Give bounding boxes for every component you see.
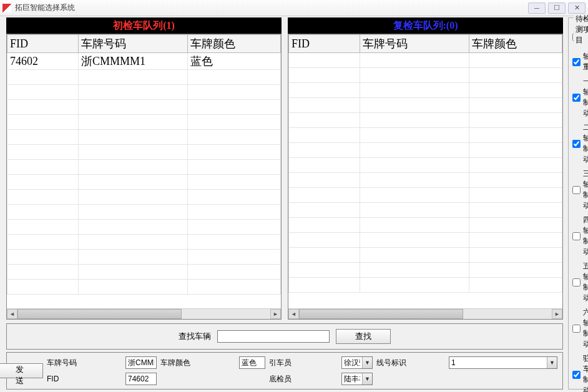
table-row-empty: [289, 278, 562, 293]
table-row-empty: [7, 130, 281, 145]
check-box[interactable]: [572, 371, 581, 379]
table-row-empty: [7, 85, 281, 100]
close-button[interactable]: ✕: [568, 2, 586, 14]
primary-grid[interactable]: FID 车牌号码 车牌颜色 74602浙CMMMM1蓝色: [7, 34, 281, 308]
col-color[interactable]: 车牌颜色: [469, 35, 562, 53]
cell-plate: 浙CMMMM1: [78, 53, 187, 70]
table-row-empty: [7, 175, 281, 190]
check-item[interactable]: 六轴制动: [572, 305, 588, 351]
search-button[interactable]: 查找: [336, 329, 391, 344]
cell-fid: 74602: [7, 53, 79, 70]
search-input[interactable]: [217, 330, 330, 343]
check-label: 五轴制动: [583, 261, 588, 303]
primary-hscroll[interactable]: ◄►: [7, 308, 281, 319]
check-item[interactable]: 五轴制动: [572, 259, 588, 305]
col-fid[interactable]: FID: [7, 35, 79, 53]
check-item[interactable]: 三轴制动: [572, 167, 588, 213]
table-row-empty: [289, 188, 562, 203]
col-plate[interactable]: 车牌号码: [360, 35, 469, 53]
col-color[interactable]: 车牌颜色: [188, 35, 281, 53]
line-combo-input[interactable]: [449, 357, 547, 368]
table-row-empty: [289, 53, 562, 68]
check-item[interactable]: 一轴制动: [572, 74, 588, 120]
check-label: 驻车制动: [583, 353, 588, 392]
primary-queue-header: 初检车队列(1): [6, 17, 282, 34]
check-box[interactable]: [572, 94, 581, 102]
check-item[interactable]: 二轴制动: [572, 120, 588, 167]
table-row-empty: [289, 98, 562, 113]
maximize-button[interactable]: ☐: [548, 2, 566, 14]
guide-label: 引车员: [269, 358, 338, 368]
cell-color: 蓝色: [188, 53, 281, 70]
check-item[interactable]: 轴重: [572, 49, 588, 74]
chevron-down-icon[interactable]: ▼: [362, 357, 372, 368]
check-label: 六轴制动: [583, 307, 588, 350]
plate-label: 车牌号码: [47, 358, 122, 368]
check-box[interactable]: [572, 140, 581, 148]
chevron-down-icon[interactable]: ▼: [547, 357, 557, 368]
plate-input[interactable]: [125, 356, 157, 369]
table-row-empty: [289, 263, 562, 278]
recheck-queue: 复检车队列:(0) FID 车牌号码 车牌颜色: [288, 17, 563, 320]
window-title: 拓巨智能选择系统: [15, 2, 528, 13]
checks-panel: 待检测项目 车速轴重一轴制动二轴制动三轴制动四轴制动五轴制动六轴制动驻车制动左主…: [568, 17, 588, 390]
send-button[interactable]: 发送: [0, 363, 43, 378]
check-box[interactable]: [572, 325, 581, 333]
table-row-empty: [7, 100, 281, 115]
table-row-empty: [7, 160, 281, 175]
titlebar: 拓巨智能选择系统 ─ ☐ ✕: [0, 0, 588, 16]
minimize-button[interactable]: ─: [528, 2, 546, 14]
table-row-empty: [289, 113, 562, 128]
under-combo-input[interactable]: [342, 373, 362, 385]
guide-combo[interactable]: ▼: [341, 356, 373, 369]
table-row-empty: [289, 248, 562, 263]
fid-input[interactable]: [125, 373, 157, 385]
table-row[interactable]: 74602浙CMMMM1蓝色: [7, 53, 281, 70]
line-combo[interactable]: ▼: [449, 356, 557, 369]
form-panel: 车牌号码 车牌颜色 引车员 ▼ 线号标识 ▼ 发送 FID 底检员 ▼: [6, 352, 563, 390]
check-box[interactable]: [572, 58, 581, 66]
table-row-empty: [7, 265, 281, 280]
check-label: 轴重: [583, 51, 588, 72]
recheck-hscroll[interactable]: ◄►: [288, 308, 562, 319]
guide-combo-input[interactable]: [342, 357, 362, 368]
table-row-empty: [289, 68, 562, 83]
check-label: 三轴制动: [583, 169, 588, 211]
check-box[interactable]: [572, 278, 581, 287]
under-combo[interactable]: ▼: [341, 373, 373, 385]
search-label: 查找车辆: [179, 331, 211, 342]
recheck-grid[interactable]: FID 车牌号码 车牌颜色: [288, 34, 562, 308]
table-row-empty: [289, 143, 562, 158]
table-row-empty: [7, 70, 281, 85]
check-label: 一轴制动: [583, 76, 588, 119]
checks-legend: 待检测项目: [574, 14, 588, 46]
table-row-empty: [289, 158, 562, 173]
col-fid[interactable]: FID: [289, 35, 360, 53]
check-label: 二轴制动: [583, 122, 588, 165]
table-row-empty: [289, 233, 562, 248]
check-box[interactable]: [572, 186, 581, 194]
table-row-empty: [7, 115, 281, 130]
check-item[interactable]: 驻车制动: [572, 351, 588, 392]
under-label: 底检员: [269, 374, 338, 385]
fid-label: FID: [47, 375, 122, 383]
line-label: 线号标识: [376, 358, 445, 368]
primary-queue: 初检车队列(1) FID 车牌号码 车牌颜色 74602浙CMMMM1蓝色: [6, 17, 282, 320]
table-row-empty: [289, 83, 562, 98]
recheck-queue-header: 复检车队列:(0): [288, 17, 563, 34]
col-plate[interactable]: 车牌号码: [78, 35, 187, 53]
table-row-empty: [289, 128, 562, 143]
check-item[interactable]: 四轴制动: [572, 213, 588, 259]
check-label: 四轴制动: [583, 215, 588, 257]
chevron-down-icon[interactable]: ▼: [362, 373, 372, 385]
table-row-empty: [289, 203, 562, 218]
table-row-empty: [7, 250, 281, 265]
color-input[interactable]: [239, 356, 265, 369]
table-row-empty: [7, 205, 281, 220]
search-panel: 查找车辆 查找: [6, 323, 563, 350]
table-row-empty: [289, 173, 562, 188]
check-box[interactable]: [572, 232, 581, 240]
table-row-empty: [7, 190, 281, 205]
app-icon: [2, 4, 11, 12]
table-row-empty: [7, 235, 281, 250]
